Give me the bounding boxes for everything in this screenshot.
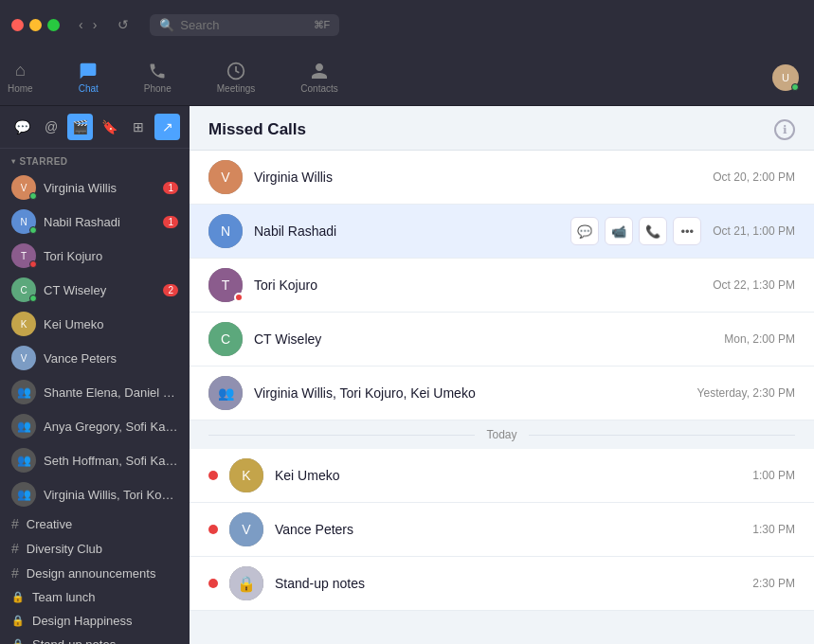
date-divider-today: Today: [190, 420, 814, 449]
info-icon[interactable]: ℹ: [774, 119, 795, 140]
maximize-button[interactable]: [47, 19, 60, 31]
search-bar[interactable]: 🔍 ⌘F: [150, 14, 339, 36]
call-name: Vance Peters: [275, 522, 353, 537]
sidebar-item-group-anya[interactable]: 👥 Anya Gregory, Sofi Kaiser...: [0, 409, 190, 443]
sidebar-item-nabil-rashadi[interactable]: N Nabil Rashadi 1: [0, 205, 190, 239]
sidebar-item-label: Stand-up notes: [32, 637, 178, 644]
message-action-button[interactable]: 💬: [570, 217, 599, 245]
sidebar-video-icon-btn[interactable]: 🎬: [67, 114, 93, 140]
chevron-down-icon: ▾: [11, 157, 16, 166]
sidebar-item-ct-wiseley[interactable]: C CT Wiseley 2: [0, 273, 190, 307]
unread-badge: 2: [163, 284, 178, 296]
call-name: Nabil Rashadi: [254, 224, 336, 239]
search-icon: 🔍: [159, 18, 174, 32]
user-initials: U: [782, 72, 789, 83]
sidebar-item-kei-umeko[interactable]: K Kei Umeko: [0, 307, 190, 341]
sidebar-item-label: Virginia Willis, Tori Koujur...: [44, 488, 178, 502]
call-avatar: C: [208, 322, 243, 356]
sidebar-grid-icon-btn[interactable]: ⊞: [126, 114, 152, 140]
phone-icon: [148, 62, 167, 80]
call-time: 2:30 PM: [752, 577, 795, 590]
content-title: Missed Calls: [208, 120, 306, 139]
user-status-dot: [791, 83, 799, 91]
sidebar-item-label: Virginia Willis: [44, 181, 155, 195]
nav-item-meetings[interactable]: Meetings: [209, 56, 263, 99]
call-item-group[interactable]: 👥 Virginia Willis, Tori Kojuro, Kei Umek…: [190, 367, 814, 420]
sidebar-item-design-happiness[interactable]: 🔒 Design Happiness: [0, 609, 190, 633]
call-info: CT Wiseley: [254, 331, 713, 348]
sidebar-item-group-virginia[interactable]: 👥 Virginia Willis, Tori Koujur...: [0, 477, 190, 511]
starred-section-header[interactable]: ▾ STARRED: [0, 149, 190, 170]
sidebar-item-design-announcements[interactable]: # Design announcements: [0, 561, 190, 585]
nav-item-phone[interactable]: Phone: [136, 56, 179, 99]
refresh-button[interactable]: ↺: [112, 15, 135, 34]
nav-meetings-label: Meetings: [217, 83, 256, 94]
minimize-button[interactable]: [29, 19, 42, 31]
call-time: Oct 20, 2:00 PM: [713, 170, 795, 184]
sidebar-item-group-shante[interactable]: 👥 Shante Elena, Daniel Bow...: [0, 375, 190, 409]
call-avatar: 🔒: [229, 566, 263, 600]
sidebar-item-label: Shante Elena, Daniel Bow...: [44, 385, 178, 400]
sidebar-item-team-lunch[interactable]: 🔒 Team lunch: [0, 585, 190, 609]
call-info: Virginia Willis, Tori Kojuro, Kei Umeko: [254, 385, 686, 402]
more-action-button[interactable]: •••: [673, 217, 701, 245]
call-avatar: N: [208, 214, 243, 248]
close-button[interactable]: [11, 19, 24, 31]
call-item-nabil[interactable]: N Nabil Rashadi 💬 📹 📞 ••• Oct 21, 1:00 P…: [190, 205, 814, 259]
titlebar: ‹ › ↺ 🔍 ⌘F: [0, 0, 814, 49]
sidebar-item-label: Kei Umeko: [44, 317, 178, 331]
sidebar-chat-icon-btn[interactable]: 💬: [9, 114, 35, 140]
sidebar-item-label: Tori Kojuro: [44, 249, 178, 263]
call-time: Mon, 2:00 PM: [724, 332, 795, 346]
avatar: C: [11, 277, 36, 302]
call-item-virginia[interactable]: V Virginia Willis Oct 20, 2:00 PM: [190, 151, 814, 205]
call-time: 1:30 PM: [752, 523, 795, 536]
sidebar-compose-icon-btn[interactable]: ↗: [154, 114, 180, 140]
back-button[interactable]: ‹: [75, 15, 87, 34]
sidebar-item-standup-notes[interactable]: 🔒 Stand-up notes: [0, 633, 190, 644]
search-input[interactable]: [180, 18, 294, 32]
date-label: Today: [486, 428, 516, 441]
group-avatar: 👥: [11, 414, 36, 438]
sidebar-bookmark-icon-btn[interactable]: 🔖: [97, 114, 122, 140]
nav-item-home[interactable]: ⌂ Home: [0, 55, 41, 99]
sidebar-item-group-seth[interactable]: 👥 Seth Hoffman, Sofi Kaiser...: [0, 443, 190, 477]
sidebar-item-tori-kojuro[interactable]: T Tori Kojuro: [0, 239, 190, 273]
sidebar-item-vance-peters[interactable]: V Vance Peters: [0, 341, 190, 375]
call-time: Oct 21, 1:00 PM: [713, 224, 795, 238]
call-name: Tori Kojuro: [254, 277, 317, 293]
sidebar-item-diversity-club[interactable]: # Diversity Club: [0, 536, 190, 561]
status-dot: [29, 192, 37, 200]
main-layout: 💬 @ 🎬 🔖 ⊞ ↗ ▾ STARRED V Virginia Willis …: [0, 106, 814, 644]
sidebar-item-label: Anya Gregory, Sofi Kaiser...: [44, 420, 178, 434]
call-avatar: 👥: [208, 376, 243, 410]
nav-item-chat[interactable]: Chat: [71, 56, 106, 99]
sidebar-item-creative[interactable]: # Creative: [0, 511, 190, 536]
call-item-kei-today[interactable]: K Kei Umeko 1:00 PM: [190, 449, 814, 503]
nav-item-contacts[interactable]: Contacts: [293, 56, 345, 99]
call-item-vance-today[interactable]: V Vance Peters 1:30 PM: [190, 503, 814, 557]
call-item-ct[interactable]: C CT Wiseley Mon, 2:00 PM: [190, 313, 814, 367]
call-avatar: T: [208, 268, 243, 302]
meetings-icon: [226, 62, 245, 80]
hash-icon: #: [11, 541, 19, 556]
user-avatar-nav[interactable]: U: [772, 64, 799, 91]
call-time: Yesterday, 2:30 PM: [697, 386, 795, 400]
phone-action-button[interactable]: 📞: [639, 217, 667, 245]
content-area: Missed Calls ℹ V Virginia Willis Oct 20,…: [190, 106, 814, 644]
sidebar-at-icon-btn[interactable]: @: [39, 114, 64, 140]
video-action-button[interactable]: 📹: [605, 217, 633, 245]
call-avatar: K: [229, 458, 263, 492]
group-avatar: 👥: [11, 448, 36, 473]
sidebar-item-label: Seth Hoffman, Sofi Kaiser...: [44, 454, 178, 468]
forward-button[interactable]: ›: [89, 15, 101, 34]
call-item-tori[interactable]: T Tori Kojuro Oct 22, 1:30 PM: [190, 259, 814, 313]
hash-icon: #: [11, 516, 19, 531]
top-navigation: ⌂ Home Chat Phone Meetings Contacts U: [0, 49, 814, 106]
call-item-standup-today[interactable]: 🔒 Stand-up notes 2:30 PM: [190, 557, 814, 611]
nav-phone-label: Phone: [144, 83, 172, 94]
call-name: Kei Umeko: [275, 468, 339, 483]
status-dot: [29, 260, 37, 268]
sidebar-item-virginia-willis[interactable]: V Virginia Willis 1: [0, 170, 190, 205]
call-name: Stand-up notes: [275, 576, 365, 591]
